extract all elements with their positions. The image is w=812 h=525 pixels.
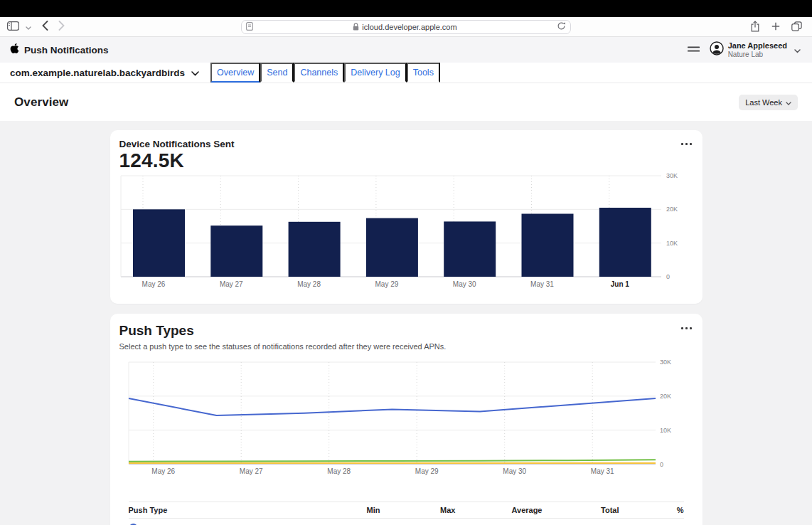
svg-text:May 28: May 28 bbox=[297, 280, 321, 288]
col-push-type: Push Type bbox=[129, 506, 309, 514]
content: Device Notifications Sent 124.5K 010K20K… bbox=[0, 121, 812, 525]
new-tab-button[interactable] bbox=[771, 22, 780, 33]
tab-bar: Overview Send Channels Delivery Log Tool… bbox=[210, 63, 440, 83]
svg-text:May 28: May 28 bbox=[327, 467, 351, 475]
forward-button[interactable] bbox=[58, 21, 65, 33]
brand: Push Notifications bbox=[10, 43, 109, 57]
tab-overview-button[interactable] bbox=[791, 21, 802, 33]
apple-logo-icon bbox=[10, 43, 19, 57]
chevron-left-icon bbox=[42, 21, 48, 33]
col-average: Average bbox=[456, 506, 543, 514]
total-sent-value: 124.5K bbox=[119, 149, 693, 172]
page-title: Overview bbox=[14, 95, 68, 110]
svg-text:Jun 1: Jun 1 bbox=[610, 280, 629, 288]
tab-channels[interactable]: Channels bbox=[294, 63, 344, 83]
app-id-text: com.example.naturelab.backyardbirds bbox=[10, 68, 185, 78]
svg-text:May 26: May 26 bbox=[141, 280, 165, 288]
browser-toolbar: icloud.developer.apple.com bbox=[0, 17, 812, 37]
chevron-down-icon bbox=[786, 98, 791, 107]
svg-text:10K: 10K bbox=[666, 240, 678, 247]
push-types-line-chart: 010K20K30KMay 26May 27May 28May 29May 30… bbox=[119, 358, 693, 483]
tab-overview[interactable]: Overview bbox=[210, 63, 260, 83]
share-icon bbox=[750, 21, 760, 34]
back-button[interactable] bbox=[42, 21, 48, 33]
svg-text:May 30: May 30 bbox=[503, 467, 526, 475]
sidebar-chevron-button[interactable] bbox=[26, 21, 31, 32]
card-subtitle: Select a push type to see the statuses o… bbox=[119, 342, 693, 351]
svg-text:20K: 20K bbox=[660, 393, 671, 400]
chevron-down-icon bbox=[794, 43, 801, 56]
tab-send[interactable]: Send bbox=[260, 63, 294, 83]
address-bar[interactable]: icloud.developer.apple.com bbox=[241, 20, 571, 34]
url-text: icloud.developer.apple.com bbox=[362, 23, 456, 31]
svg-text:May 31: May 31 bbox=[590, 467, 614, 475]
plus-icon bbox=[771, 22, 780, 33]
svg-text:May 31: May 31 bbox=[530, 280, 554, 288]
col-total: Total bbox=[543, 506, 619, 514]
lock-icon bbox=[353, 21, 359, 33]
push-types-table: Push Type Min Max Average Total % Alert … bbox=[129, 502, 684, 525]
col-max: Max bbox=[380, 506, 456, 514]
tab-delivery-log[interactable]: Delivery Log bbox=[344, 63, 406, 83]
svg-text:May 29: May 29 bbox=[415, 467, 438, 475]
app-id-selector[interactable]: com.example.naturelab.backyardbirds bbox=[10, 63, 199, 83]
svg-text:30K: 30K bbox=[660, 359, 671, 366]
table-header: Push Type Min Max Average Total % bbox=[129, 502, 684, 519]
more-options-button[interactable] bbox=[680, 323, 693, 334]
svg-text:10K: 10K bbox=[660, 427, 671, 434]
user-name: Jane Appleseed bbox=[728, 41, 787, 51]
svg-text:30K: 30K bbox=[666, 172, 678, 179]
quick-menu-button[interactable] bbox=[688, 44, 700, 55]
page-head: Overview Last Week bbox=[0, 83, 812, 121]
sidebar-toggle-button[interactable] bbox=[7, 21, 19, 33]
app-title: Push Notifications bbox=[24, 45, 109, 55]
col-percent: % bbox=[619, 506, 684, 514]
svg-text:20K: 20K bbox=[666, 206, 678, 213]
sidebar-icon bbox=[7, 21, 19, 33]
account-menu[interactable]: Jane Appleseed Nature Lab bbox=[710, 41, 801, 58]
device-notifications-card: Device Notifications Sent 124.5K 010K20K… bbox=[110, 130, 703, 304]
svg-text:May 30: May 30 bbox=[452, 280, 476, 288]
date-range-label: Last Week bbox=[745, 98, 782, 107]
push-types-card: Push Types Select a push type to see the… bbox=[110, 314, 703, 525]
table-row: Alert & Background 14.33K 19.36K 16.72K … bbox=[129, 519, 684, 525]
svg-text:0: 0 bbox=[660, 461, 663, 468]
tabs-icon bbox=[791, 21, 802, 33]
chevron-down-icon bbox=[26, 21, 31, 32]
device-notifications-bar-chart: 010K20K30KMay 26May 27May 28May 29May 30… bbox=[119, 172, 693, 295]
tab-tools[interactable]: Tools bbox=[407, 63, 440, 83]
chevron-down-icon bbox=[191, 68, 199, 78]
user-org: Nature Lab bbox=[728, 51, 787, 59]
svg-text:0: 0 bbox=[666, 273, 670, 280]
chevron-right-icon bbox=[58, 21, 65, 33]
col-min: Min bbox=[309, 506, 380, 514]
page-settings-icon[interactable] bbox=[246, 21, 253, 33]
app-header: Push Notifications Jane Appleseed Nature… bbox=[0, 37, 812, 63]
app-nav: com.example.naturelab.backyardbirds Over… bbox=[0, 63, 812, 83]
mac-menubar bbox=[0, 0, 812, 17]
date-range-button[interactable]: Last Week bbox=[739, 95, 798, 110]
reload-icon[interactable] bbox=[557, 21, 566, 33]
card-title: Push Types bbox=[119, 323, 194, 339]
more-options-button[interactable] bbox=[680, 139, 693, 149]
svg-text:May 29: May 29 bbox=[375, 280, 398, 288]
avatar-icon bbox=[710, 41, 724, 58]
svg-text:May 27: May 27 bbox=[219, 280, 242, 288]
menu-icon bbox=[688, 44, 700, 55]
svg-text:May 26: May 26 bbox=[151, 467, 175, 475]
card-title: Device Notifications Sent bbox=[119, 139, 235, 149]
share-button[interactable] bbox=[750, 21, 760, 34]
svg-text:May 27: May 27 bbox=[239, 467, 262, 475]
screen: icloud.developer.apple.com bbox=[0, 0, 812, 525]
